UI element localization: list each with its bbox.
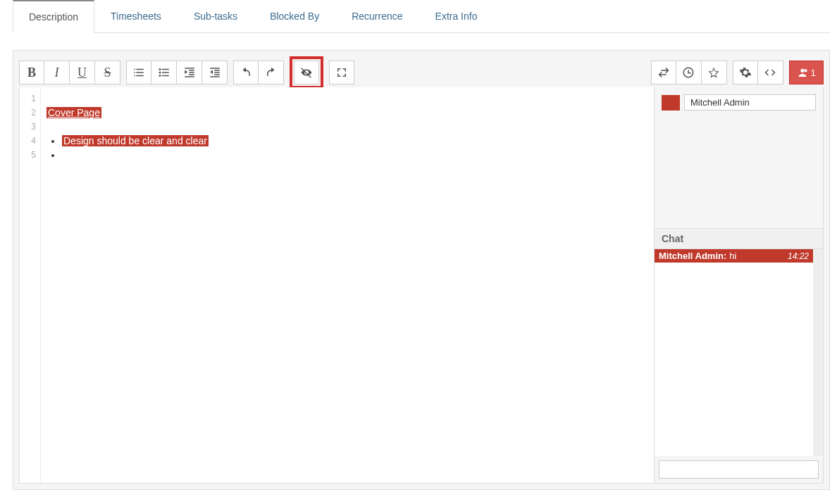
chat-body[interactable]: Mitchell Admin: hi 14:22 xyxy=(655,249,823,456)
unordered-list-button[interactable] xyxy=(151,61,177,84)
chat-time: 14:22 xyxy=(788,251,809,261)
users-icon xyxy=(797,67,808,78)
svg-point-0 xyxy=(159,68,161,70)
redo-icon xyxy=(265,66,278,79)
editor-body: 1 2 3 4 5 Cover Page Design should be cl… xyxy=(19,87,824,484)
scrollbar-thumb[interactable] xyxy=(813,249,823,259)
chat-input[interactable] xyxy=(659,460,819,479)
tab-description[interactable]: Description xyxy=(13,0,94,33)
indent-button[interactable] xyxy=(177,61,202,84)
underline-button[interactable]: U xyxy=(70,61,95,84)
chat-message: Mitchell Admin: hi 14:22 xyxy=(655,249,813,263)
gear-icon xyxy=(739,66,752,79)
tab-subtasks[interactable]: Sub-tasks xyxy=(178,0,254,32)
code-icon xyxy=(764,66,776,79)
underline-icon: U xyxy=(78,65,87,80)
presence-user-name: Mitchell Admin xyxy=(684,94,816,111)
task-tabs: Description Timesheets Sub-tasks Blocked… xyxy=(13,0,830,33)
right-panel: Mitchell Admin Chat Mitchell Admin: hi 1… xyxy=(654,87,823,483)
bold-icon: B xyxy=(27,65,36,80)
svg-point-1 xyxy=(159,72,161,74)
ordered-list-button[interactable] xyxy=(126,61,151,84)
import-export-button[interactable] xyxy=(651,61,676,84)
doc-bullet-1: Design should be clear and clear xyxy=(62,135,209,146)
undo-button[interactable] xyxy=(233,61,259,84)
settings-button[interactable] xyxy=(733,61,758,84)
strike-button[interactable]: S xyxy=(95,61,120,84)
tab-timesheets[interactable]: Timesheets xyxy=(94,0,178,32)
doc-title: Cover Page xyxy=(46,107,101,118)
chat-text: hi xyxy=(729,251,736,261)
gutter-line: 1 xyxy=(20,92,36,106)
list-item: Design should be clear and clear xyxy=(62,134,648,148)
visibility-toggle-button[interactable] xyxy=(294,61,319,84)
chat-header: Chat xyxy=(655,228,823,249)
gutter-line: 2 xyxy=(20,106,36,120)
undo-icon xyxy=(240,66,252,79)
eye-slash-icon xyxy=(300,66,313,79)
fullscreen-button[interactable] xyxy=(329,61,354,84)
tab-extra-info[interactable]: Extra Info xyxy=(419,0,494,32)
favorite-button[interactable] xyxy=(702,61,727,84)
star-icon xyxy=(707,66,720,79)
editor-container: B I U S xyxy=(13,50,830,490)
gutter-line: 3 xyxy=(20,120,36,134)
ordered-list-icon xyxy=(132,66,145,79)
swap-icon xyxy=(657,66,670,79)
collaborators-count: 1 xyxy=(811,68,816,78)
redo-button[interactable] xyxy=(259,61,284,84)
tab-blocked-by[interactable]: Blocked By xyxy=(254,0,335,32)
highlighted-toolbar-item xyxy=(290,56,323,89)
collaborators-button[interactable]: 1 xyxy=(789,61,824,84)
document-area[interactable]: Cover Page Design should be clear and cl… xyxy=(41,87,654,483)
bold-button[interactable]: B xyxy=(19,61,44,84)
editor-toolbar: B I U S xyxy=(19,56,824,89)
list-item xyxy=(62,148,648,162)
presence-panel: Mitchell Admin xyxy=(655,87,823,228)
indent-icon xyxy=(183,66,196,79)
chat-input-wrap xyxy=(655,456,823,483)
outdent-icon xyxy=(209,66,221,79)
expand-icon xyxy=(335,66,348,79)
history-button[interactable] xyxy=(676,61,702,84)
user-color-swatch xyxy=(662,95,680,111)
clock-icon xyxy=(682,66,695,79)
tab-recurrence[interactable]: Recurrence xyxy=(335,0,418,32)
line-gutter: 1 2 3 4 5 xyxy=(20,87,41,483)
italic-icon: I xyxy=(55,65,59,80)
outdent-button[interactable] xyxy=(202,61,228,84)
chat-author: Mitchell Admin: xyxy=(659,251,726,261)
svg-point-2 xyxy=(159,75,161,77)
unordered-list-icon xyxy=(158,66,170,79)
gutter-line: 5 xyxy=(20,148,36,162)
code-view-button[interactable] xyxy=(758,61,783,84)
italic-button[interactable]: I xyxy=(44,61,70,84)
strike-icon: S xyxy=(104,65,111,80)
gutter-line: 4 xyxy=(20,134,36,148)
